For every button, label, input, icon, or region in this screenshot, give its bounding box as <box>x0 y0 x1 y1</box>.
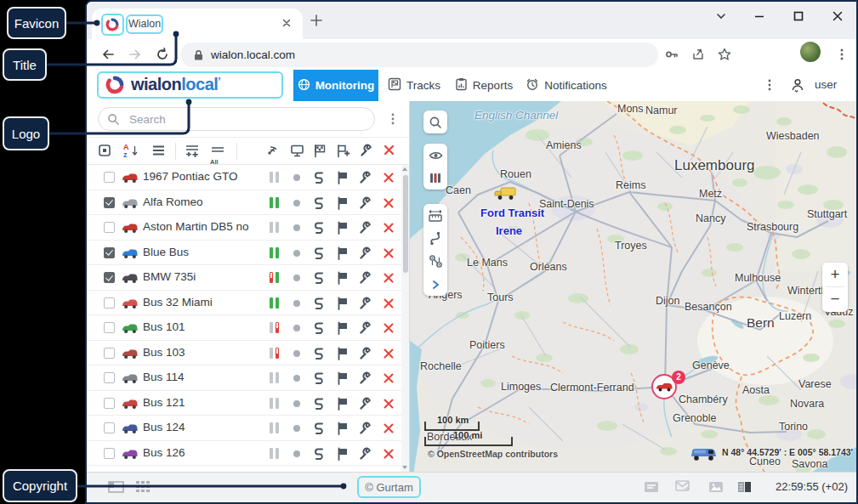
track-icon[interactable] <box>313 271 326 288</box>
remove-unit-icon[interactable] <box>383 348 395 363</box>
unit-row[interactable]: Aston Martin DB5 no <box>87 215 402 241</box>
search-input[interactable] <box>128 110 361 129</box>
remove-unit-icon[interactable] <box>383 272 395 287</box>
markers-icon[interactable] <box>423 250 447 273</box>
remove-unit-icon[interactable] <box>383 372 395 388</box>
events-flag-icon[interactable] <box>337 371 349 388</box>
unit-checkbox[interactable] <box>104 222 115 233</box>
unit-row[interactable]: Bus 126 <box>87 441 402 467</box>
events-flag-icon[interactable] <box>337 221 349 238</box>
unit-checkbox[interactable] <box>104 272 115 283</box>
star-icon[interactable] <box>714 44 735 65</box>
unit-row[interactable]: Alfa Romeo <box>87 190 402 216</box>
properties-wrench-icon[interactable] <box>359 321 372 338</box>
remove-unit-icon[interactable] <box>383 322 395 337</box>
unit-marker-van[interactable] <box>690 446 719 468</box>
add-to-list-icon[interactable] <box>185 144 200 162</box>
events-flag-icon[interactable] <box>337 397 349 414</box>
list-icon[interactable] <box>151 144 166 161</box>
remove-unit-icon[interactable] <box>383 197 395 212</box>
track-icon[interactable] <box>313 447 326 464</box>
remove-unit-icon[interactable] <box>383 172 395 187</box>
remove-unit-icon[interactable] <box>383 398 395 413</box>
panel-scrollbar[interactable] <box>401 165 409 472</box>
new-tab-icon[interactable] <box>310 14 323 31</box>
messages-icon[interactable] <box>644 481 659 496</box>
unit-row[interactable]: 1967 Pontiac GTO <box>87 165 402 190</box>
clear-all-x-icon[interactable] <box>383 144 395 160</box>
reference-book-icon[interactable] <box>737 481 752 496</box>
grid-apps-icon[interactable] <box>136 481 150 496</box>
events-flag-icon[interactable] <box>337 246 349 263</box>
browser-menu-dots-icon[interactable] <box>832 44 852 65</box>
unit-marker-truck[interactable] <box>494 187 518 204</box>
zoom-out-button[interactable]: − <box>822 287 848 311</box>
gurtam-copyright[interactable]: © Gurtam <box>365 481 413 494</box>
sort-az-icon[interactable]: Az <box>123 144 137 159</box>
track-icon[interactable] <box>313 347 326 364</box>
media-icon[interactable] <box>708 481 724 496</box>
checkered-flag-icon[interactable] <box>313 144 327 161</box>
key-icon[interactable] <box>662 44 682 65</box>
map-canvas[interactable]: English ChannelMonsNamurAmiensWiesbadenL… <box>410 101 856 472</box>
window-close-icon[interactable] <box>828 7 847 25</box>
user-icon[interactable] <box>790 77 805 96</box>
track-icon[interactable] <box>313 397 326 414</box>
toolbar-wrench-icon[interactable] <box>360 144 373 161</box>
track-icon[interactable] <box>313 371 326 388</box>
remove-unit-icon[interactable] <box>383 297 395 313</box>
events-flag-icon[interactable] <box>337 347 349 364</box>
track-icon[interactable] <box>313 221 326 238</box>
properties-wrench-icon[interactable] <box>359 246 372 263</box>
unit-checkbox[interactable] <box>104 172 115 183</box>
properties-wrench-icon[interactable] <box>359 196 372 213</box>
minimize-icon[interactable] <box>750 7 769 25</box>
expand-chevron-icon[interactable] <box>423 273 447 296</box>
track-icon[interactable] <box>313 246 326 263</box>
panel-menu-dots-icon[interactable] <box>388 112 398 129</box>
all-list-icon[interactable]: All <box>210 144 225 166</box>
unit-row[interactable]: Bus 32 Miami <box>87 291 402 316</box>
tab-close-icon[interactable] <box>281 17 293 32</box>
flag-add-icon[interactable] <box>336 144 350 161</box>
unit-row[interactable]: BMW 735i <box>87 265 402 291</box>
events-flag-icon[interactable] <box>337 321 349 338</box>
properties-wrench-icon[interactable] <box>359 297 372 314</box>
events-flag-icon[interactable] <box>337 422 349 439</box>
unit-checkbox[interactable] <box>104 348 115 359</box>
properties-wrench-icon[interactable] <box>359 447 372 464</box>
track-icon[interactable] <box>313 321 326 338</box>
track-icon[interactable] <box>313 422 326 439</box>
unit-row[interactable]: Blue Bus <box>87 241 402 266</box>
ruler-icon[interactable] <box>423 204 447 227</box>
unit-checkbox[interactable] <box>104 422 115 433</box>
share-icon[interactable] <box>688 44 708 65</box>
unit-row[interactable]: Bus 121 <box>87 391 402 416</box>
unit-row[interactable]: Bus 101 <box>87 315 402 341</box>
events-flag-icon[interactable] <box>337 447 349 464</box>
visibility-eye-icon[interactable] <box>423 144 447 167</box>
properties-wrench-icon[interactable] <box>359 397 372 414</box>
unit-row[interactable]: Bus 103 <box>87 341 402 366</box>
track-icon[interactable] <box>313 171 326 188</box>
antenna-icon[interactable] <box>264 144 279 162</box>
unit-label-ford-transit[interactable]: Ford Transit <box>480 207 544 219</box>
remove-unit-icon[interactable] <box>383 448 395 463</box>
properties-wrench-icon[interactable] <box>359 171 372 188</box>
properties-wrench-icon[interactable] <box>359 347 372 364</box>
events-flag-icon[interactable] <box>337 196 349 213</box>
track-icon[interactable] <box>313 196 326 213</box>
properties-wrench-icon[interactable] <box>359 221 372 238</box>
events-flag-icon[interactable] <box>337 171 349 188</box>
monitor-icon[interactable] <box>290 144 304 161</box>
lock-icon[interactable] <box>193 49 204 65</box>
tab-reports[interactable]: Reports <box>451 70 517 101</box>
maximize-icon[interactable] <box>789 7 808 25</box>
header-menu-dots-icon[interactable] <box>764 78 775 95</box>
unit-checkbox[interactable] <box>104 197 115 208</box>
unit-row[interactable]: Bus 114 <box>87 365 402 391</box>
events-flag-icon[interactable] <box>337 271 349 288</box>
properties-wrench-icon[interactable] <box>359 371 372 388</box>
map-search-icon[interactable] <box>423 110 447 133</box>
reload-icon[interactable] <box>152 44 173 65</box>
